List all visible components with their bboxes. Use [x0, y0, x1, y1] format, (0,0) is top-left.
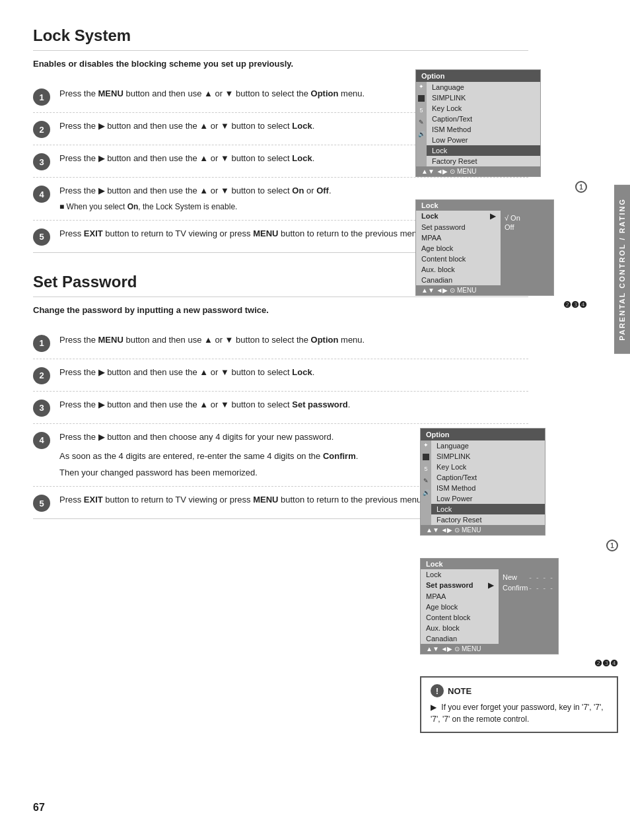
circle-1: 1: [575, 181, 587, 193]
option-item-lock: Lock: [427, 145, 540, 156]
sp-step-1-number: 1: [33, 335, 50, 352]
lock2-item-lock: Lock: [421, 569, 499, 580]
lock-submenu-diagram-1: Lock Lock▶ Set password MPAA Age block C…: [415, 199, 587, 310]
opt2-simplink: SIMPLINK: [431, 451, 545, 462]
lock-menu-with-sub-2: Lock Lock Set password▶ MPAA Age block C…: [420, 558, 618, 657]
lock2-submenu-confirm: New - - - - Confirm - - - -: [499, 569, 558, 644]
note-header: ! NOTE: [431, 684, 608, 697]
lock-system-title: Lock System: [33, 26, 528, 51]
circle-sp1: 1: [606, 540, 618, 551]
confirm-row: Confirm - - - -: [501, 582, 555, 593]
option-menu-footer-2: ▲▼ ◄▶ ⊙ MENU: [421, 525, 545, 535]
lock-menu-with-sub: Lock Lock▶ Set password MPAA Age block C…: [415, 199, 587, 298]
option-menu-box-1: Option ✦ 5 ✎ 🔊 Language SIMPLINK Key Loc…: [415, 69, 541, 177]
opt2-lock: Lock: [431, 504, 545, 514]
opt2-factory: Factory Reset: [431, 514, 545, 525]
lock-item-ageblock: Age block: [416, 243, 501, 254]
lock-item-mpaa: MPAA: [416, 232, 501, 243]
sp-step-3-number: 3: [33, 400, 50, 417]
option-item-keylock: Key Lock: [427, 103, 540, 114]
opt2-keylock: Key Lock: [431, 462, 545, 472]
step-4-number: 4: [33, 186, 50, 203]
option-menu-items-2: Language SIMPLINK Key Lock Caption/Text …: [431, 440, 545, 525]
sp-step-3: 3 Press the ▶ button and then use the ▲ …: [33, 392, 528, 424]
sp-step-5-number: 5: [33, 495, 50, 512]
note-text: ▶ If you ever forget your password, key …: [431, 701, 608, 725]
lock2-item-setpw: Set password▶: [421, 580, 499, 591]
lock-box-header-1: Lock: [416, 200, 553, 211]
option-icons-2: ✦ 5 ✎ 🔊: [421, 440, 431, 525]
option-item-language: Language: [427, 82, 540, 92]
new-dashes: - - - -: [529, 573, 554, 581]
lock2-item-ageblock: Age block: [421, 602, 499, 612]
sp-step-1-text: Press the MENU button and then use ▲ or …: [59, 333, 528, 347]
lock-left-panel-2: Lock Lock Set password▶ MPAA Age block C…: [420, 558, 559, 657]
lock-item-auxblock: Aux. block: [416, 264, 501, 275]
option-menu-box-2: Option ✦ 5 ✎ 🔊 Language SIMPLINK Key Loc…: [420, 428, 545, 536]
lock2-item-auxblock: Aux. block: [421, 623, 499, 633]
lock-box-1: Lock Lock▶ Set password MPAA Age block C…: [415, 199, 554, 296]
sp-step-3-text: Press the ▶ button and then use the ▲ or…: [59, 398, 528, 412]
step-indicator-sp1: 1: [420, 540, 618, 551]
lock-item-canadian: Canadian: [416, 275, 501, 285]
note-content: If you ever forget your password, key in…: [431, 703, 604, 724]
lock-body: Lock▶ Set password MPAA Age block Conten…: [416, 211, 553, 285]
lock-off-option: Off: [503, 223, 551, 232]
option-menu-icons: ✦ 5 ✎ 🔊: [416, 82, 427, 166]
opt2-lowpower: Low Power: [431, 493, 545, 504]
sp-step-2-text: Press the ▶ button and then use the ▲ or…: [59, 366, 528, 380]
note-arrow: ▶: [431, 703, 437, 712]
lock2-item-mpaa: MPAA: [421, 591, 499, 602]
lock-on-option: On: [503, 213, 551, 223]
lock-item-setpw: Set password: [416, 222, 501, 232]
lock-box-header-2: Lock: [421, 559, 558, 569]
step-indicator-1: 1: [415, 181, 587, 193]
note-title: NOTE: [448, 686, 472, 696]
lock-system-subtitle: Enables or disables the blocking scheme …: [33, 59, 528, 69]
lock2-item-contentblock: Content block: [421, 612, 499, 623]
sp-step-2-number: 2: [33, 367, 50, 384]
option-menu-footer-1: ▲▼ ◄▶ ⊙ MENU: [416, 166, 540, 176]
confirm-dashes: - - - -: [529, 584, 554, 592]
step-2-number: 2: [33, 121, 50, 138]
option-item-factory: Factory Reset: [427, 156, 540, 166]
set-password-diagrams: Option ✦ 5 ✎ 🔊 Language SIMPLINK Key Loc…: [420, 428, 618, 733]
note-icon: !: [431, 684, 444, 697]
opt2-ism: ISM Method: [431, 483, 545, 493]
lock-submenu-onoff: On Off: [501, 211, 553, 285]
option-menu-items: Language SIMPLINK Key Lock Caption/Text …: [427, 82, 540, 166]
option-menu-header-2: Option: [421, 429, 545, 440]
sp-step-4-number: 4: [33, 432, 50, 449]
option-menu-diagram-1: Option ✦ 5 ✎ 🔊 Language SIMPLINK Key Loc…: [415, 69, 587, 193]
opt2-language: Language: [431, 440, 545, 451]
option-menu-body-2: ✦ 5 ✎ 🔊 Language SIMPLINK Key Lock Capti…: [421, 440, 545, 525]
step-1-number: 1: [33, 88, 50, 106]
lock-items-2: Lock Set password▶ MPAA Age block Conten…: [421, 569, 499, 644]
option-menu-header: Option: [416, 70, 540, 82]
step-3-number: 3: [33, 153, 50, 170]
lock-body-2: Lock Set password▶ MPAA Age block Conten…: [421, 569, 558, 644]
note-box: ! NOTE ▶ If you ever forget your passwor…: [420, 676, 618, 733]
page-number: 67: [33, 802, 45, 814]
sp-step-2: 2 Press the ▶ button and then use the ▲ …: [33, 359, 528, 392]
sp-step-1: 1 Press the MENU button and then use ▲ o…: [33, 327, 528, 359]
step-indicator-sp234: ❷❸❹: [420, 658, 618, 668]
lock-box-2: Lock Lock Set password▶ MPAA Age block C…: [420, 558, 559, 654]
lock-system-diagrams: Option ✦ 5 ✎ 🔊 Language SIMPLINK Key Loc…: [415, 69, 587, 312]
option-item-lowpower: Low Power: [427, 135, 540, 145]
step-5-number: 5: [33, 228, 50, 246]
lock-footer-1: ▲▼ ◄▶ ⊙ MENU: [416, 285, 553, 295]
lock-footer-2: ▲▼ ◄▶ ⊙ MENU: [421, 644, 558, 654]
lock-submenu-diagram-2: Lock Lock Set password▶ MPAA Age block C…: [420, 558, 618, 668]
lock-items: Lock▶ Set password MPAA Age block Conten…: [416, 211, 501, 285]
sidebar-label: PARENTAL CONTROL / RATING: [614, 185, 630, 354]
lock2-item-canadian: Canadian: [421, 633, 499, 644]
lock-left-panel: Lock Lock▶ Set password MPAA Age block C…: [415, 199, 554, 298]
option-item-caption: Caption/Text: [427, 114, 540, 124]
new-row: New - - - -: [501, 572, 555, 582]
opt2-caption: Caption/Text: [431, 472, 545, 483]
option-menu-diagram-2: Option ✦ 5 ✎ 🔊 Language SIMPLINK Key Loc…: [420, 428, 618, 551]
lock-item-lock: Lock▶: [416, 211, 501, 222]
step-indicator-234: ❷❸❹: [415, 300, 587, 310]
lock-item-contentblock: Content block: [416, 254, 501, 264]
